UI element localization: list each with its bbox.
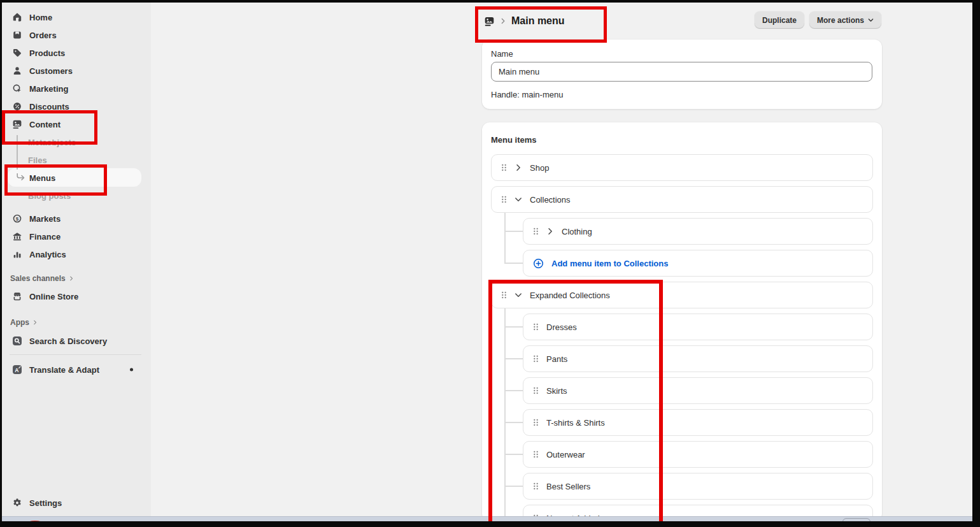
drag-handle-icon[interactable] — [501, 196, 507, 203]
sidebar-item-online-store[interactable]: Online Store — [2, 287, 151, 305]
drag-handle-icon[interactable] — [533, 419, 539, 426]
drag-handle-icon[interactable] — [501, 291, 507, 299]
menu-item-label: Outerwear — [546, 450, 585, 459]
marketing-icon — [11, 83, 23, 94]
chevron-right-icon[interactable] — [546, 227, 554, 235]
markets-icon: $ — [11, 213, 23, 224]
name-input[interactable] — [491, 62, 872, 82]
menu-item-row-collections[interactable]: Collections — [491, 186, 873, 213]
content-icon[interactable] — [484, 16, 495, 27]
tree-connector-stub — [504, 454, 523, 455]
drag-handle-icon[interactable] — [533, 482, 539, 490]
sidebar-item-customers[interactable]: Customers — [2, 62, 151, 80]
svg-text:A: A — [15, 367, 18, 373]
customers-icon — [11, 66, 23, 76]
drag-handle-icon[interactable] — [533, 355, 539, 363]
tree-connector-stub — [504, 358, 523, 359]
tree-connector-stub — [504, 422, 523, 423]
name-label: Name — [491, 49, 513, 59]
search-app-icon — [11, 336, 23, 346]
sidebar-item-translate-adapt[interactable]: ATranslate & Adapt — [2, 361, 151, 379]
sidebar-item-label: Files — [28, 155, 47, 165]
section-header-label: Apps — [10, 318, 29, 327]
sidebar-item-discounts[interactable]: Discounts — [2, 97, 151, 115]
notification-dot — [130, 368, 133, 372]
window-frame-top — [0, 0, 980, 3]
menu-item-label: Collections — [530, 195, 571, 205]
sidebar-item-label: Marketing — [29, 84, 68, 94]
breadcrumb[interactable]: Main menu — [484, 11, 565, 31]
svg-text:$: $ — [16, 216, 19, 222]
menu-item-row-t-shirts-shirts[interactable]: T-shirts & Shirts — [523, 409, 873, 436]
sidebar-item-products[interactable]: Products — [2, 44, 151, 62]
drag-handle-icon[interactable] — [533, 227, 539, 235]
sidebar-item-content[interactable]: Content — [2, 115, 151, 133]
chevron-down-icon[interactable] — [515, 291, 522, 299]
handle-text: Handle: main-menu — [491, 90, 563, 99]
nested-item-arrow-icon — [16, 173, 25, 182]
duplicate-button[interactable]: Duplicate — [755, 11, 804, 29]
sidebar-section-sales-channels[interactable]: Sales channels — [10, 273, 74, 284]
sidebar-item-settings[interactable]: Settings — [2, 494, 151, 512]
sidebar-section-apps[interactable]: Apps — [10, 317, 38, 328]
sidebar-item-menus[interactable]: Menus — [8, 169, 141, 187]
sidebar-item-label: Blog posts — [28, 191, 71, 201]
sidebar-item-label: Orders — [29, 31, 57, 40]
menu-item-label: Skirts — [546, 386, 567, 396]
plus-circle-icon — [533, 258, 544, 269]
menu-item-row-best-sellers[interactable]: Best Sellers — [523, 473, 873, 500]
window-frame-bottom — [0, 521, 980, 527]
menu-item-row-dresses[interactable]: Dresses — [523, 314, 873, 340]
sidebar-item-label: Products — [29, 48, 65, 58]
products-icon — [11, 48, 23, 58]
tree-connector-stub — [504, 263, 523, 264]
sidebar-item-label: Metaobjects — [28, 138, 76, 147]
chevron-right-icon — [32, 320, 38, 325]
sidebar-item-metaobjects[interactable]: Metaobjects — [2, 133, 151, 151]
sidebar-item-blog-posts[interactable]: Blog posts — [2, 187, 151, 205]
sidebar-item-marketing[interactable]: Marketing — [2, 80, 151, 97]
sidebar-item-files[interactable]: Files — [2, 151, 151, 169]
sidebar-divider — [10, 354, 141, 355]
menu-item-label: Expanded Collections — [530, 291, 610, 300]
chevron-right-icon[interactable] — [515, 164, 522, 171]
menu-item-row-pants[interactable]: Pants — [523, 345, 873, 372]
menu-items-heading: Menu items — [491, 135, 537, 145]
sidebar-item-home[interactable]: Home — [2, 8, 151, 26]
sidebar-item-label: Analytics — [29, 250, 66, 259]
sidebar-item-label: Markets — [29, 214, 60, 224]
sidebar-item-markets[interactable]: $Markets — [2, 210, 151, 227]
chevron-down-icon[interactable] — [515, 196, 522, 203]
drag-handle-icon[interactable] — [533, 451, 539, 458]
drag-handle-icon[interactable] — [533, 323, 539, 331]
drag-handle-icon[interactable] — [533, 387, 539, 394]
menu-item-row-clothing[interactable]: Clothing — [523, 218, 873, 245]
menu-item-row-skirts[interactable]: Skirts — [523, 377, 873, 404]
more-actions-button[interactable]: More actions — [809, 11, 881, 29]
sidebar-item-label: Finance — [29, 232, 60, 242]
store-icon — [11, 291, 23, 301]
chevron-right-icon — [500, 18, 506, 24]
chevron-down-icon — [868, 17, 874, 23]
sidebar-item-label: Settings — [29, 498, 62, 508]
sidebar-item-label: Discounts — [29, 102, 69, 112]
menu-item-row-outerwear[interactable]: Outerwear — [523, 441, 873, 468]
section-header-label: Sales channels — [10, 274, 66, 283]
sidebar-item-analytics[interactable]: Analytics — [2, 245, 151, 263]
sidebar-item-label: Customers — [29, 66, 73, 76]
menu-item-label: T-shirts & Shirts — [546, 418, 605, 428]
menu-item-row-shop[interactable]: Shop — [491, 154, 873, 181]
menu-item-row-expanded-collections[interactable]: Expanded Collections — [491, 282, 873, 308]
add-menu-item-link[interactable]: Add menu item to Collections — [523, 250, 873, 277]
duplicate-button-label: Duplicate — [762, 16, 797, 25]
discounts-icon — [11, 101, 23, 112]
nav-tree-connector — [17, 135, 18, 170]
sidebar-item-label: Menus — [29, 173, 55, 183]
sidebar-item-search-discovery[interactable]: Search & Discovery — [2, 332, 151, 350]
menu-item-label: Pants — [546, 354, 567, 364]
sidebar-item-orders[interactable]: Orders — [2, 26, 151, 44]
drag-handle-icon[interactable] — [501, 164, 507, 171]
tree-connector-stub — [504, 326, 523, 328]
sidebar-item-finance[interactable]: Finance — [2, 227, 151, 245]
translate-app-icon: A — [11, 365, 23, 375]
